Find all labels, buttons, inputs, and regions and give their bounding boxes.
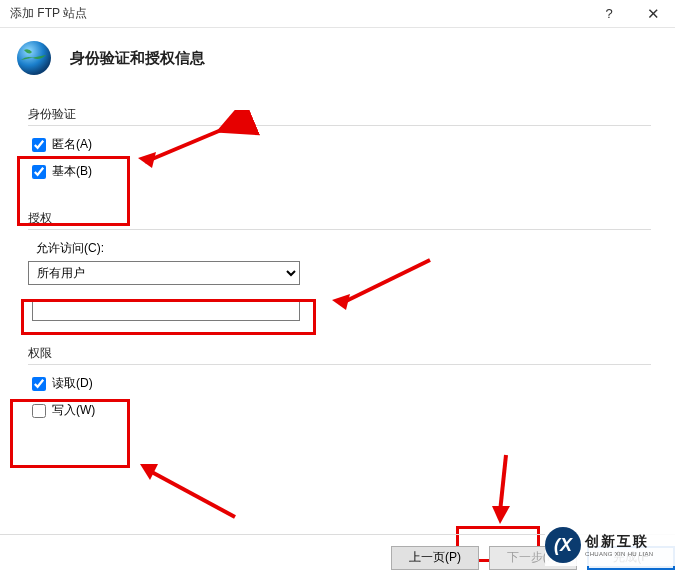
- write-label: 写入(W): [52, 402, 95, 419]
- divider: [28, 229, 651, 230]
- annotation-arrow: [488, 450, 528, 530]
- allow-access-select[interactable]: 所有用户: [28, 261, 300, 285]
- close-button[interactable]: ✕: [631, 0, 675, 28]
- anonymous-checkbox-row[interactable]: 匿名(A): [32, 136, 651, 153]
- anonymous-label: 匿名(A): [52, 136, 92, 153]
- anonymous-checkbox[interactable]: [32, 138, 46, 152]
- watermark-en: CHUANG XIN HU LIAN: [585, 551, 653, 557]
- basic-checkbox-row[interactable]: 基本(B): [32, 163, 651, 180]
- perm-section-title: 权限: [28, 345, 651, 362]
- auth-section-title: 身份验证: [28, 106, 651, 123]
- watermark-cn: 创新互联: [585, 533, 653, 551]
- divider: [28, 125, 651, 126]
- svg-line-7: [500, 455, 506, 512]
- svg-line-5: [148, 470, 235, 517]
- extra-input[interactable]: [32, 299, 300, 321]
- read-checkbox[interactable]: [32, 377, 46, 391]
- close-icon: ✕: [647, 5, 660, 23]
- window-title: 添加 FTP 站点: [10, 5, 587, 22]
- watermark-logo-icon: (X: [545, 527, 581, 563]
- globe-icon: [14, 38, 54, 78]
- annotation-arrow: [130, 452, 250, 532]
- help-button[interactable]: ?: [587, 0, 631, 28]
- authentication-section: 身份验证 匿名(A) 基本(B): [28, 106, 651, 180]
- read-label: 读取(D): [52, 375, 93, 392]
- permissions-section: 权限 读取(D) 写入(W): [28, 345, 651, 419]
- authorization-section: 授权 允许访问(C): 所有用户: [28, 210, 651, 321]
- svg-marker-6: [140, 464, 158, 480]
- dialog-header: 身份验证和授权信息: [0, 28, 675, 96]
- help-icon: ?: [605, 6, 612, 21]
- dialog-body: 身份验证 匿名(A) 基本(B) 授权 允许访问(C): 所有用户 权限: [0, 96, 675, 419]
- allow-access-label: 允许访问(C):: [36, 240, 651, 257]
- prev-button[interactable]: 上一页(P): [391, 546, 479, 570]
- divider: [28, 364, 651, 365]
- basic-label: 基本(B): [52, 163, 92, 180]
- page-title: 身份验证和授权信息: [70, 49, 205, 68]
- svg-marker-8: [492, 506, 510, 524]
- titlebar: 添加 FTP 站点 ? ✕: [0, 0, 675, 28]
- read-checkbox-row[interactable]: 读取(D): [32, 375, 651, 392]
- basic-checkbox[interactable]: [32, 165, 46, 179]
- write-checkbox[interactable]: [32, 404, 46, 418]
- watermark: (X 创新互联 CHUANG XIN HU LIAN: [545, 524, 675, 566]
- write-checkbox-row[interactable]: 写入(W): [32, 402, 651, 419]
- authz-section-title: 授权: [28, 210, 651, 227]
